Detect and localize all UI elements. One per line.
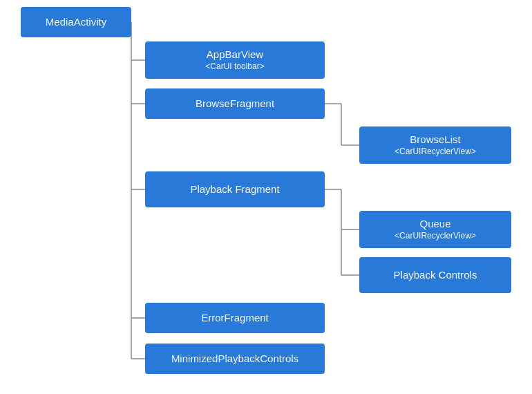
node-queue: Queue <CarUIRecyclerView> [359, 211, 511, 248]
node-minimized-playback: MinimizedPlaybackControls [145, 344, 325, 374]
node-playback-controls: Playback Controls [359, 257, 511, 293]
node-error-fragment: ErrorFragment [145, 303, 325, 333]
node-media-activity: MediaActivity [21, 7, 131, 37]
node-app-bar-view: AppBarView <CarUI toolbar> [145, 41, 325, 79]
node-playback-fragment: Playback Fragment [145, 171, 325, 207]
node-browse-list: BrowseList <CarUIRecyclerView> [359, 126, 511, 164]
diagram: MediaActivity AppBarView <CarUI toolbar>… [0, 0, 532, 394]
node-browse-fragment: BrowseFragment [145, 88, 325, 119]
